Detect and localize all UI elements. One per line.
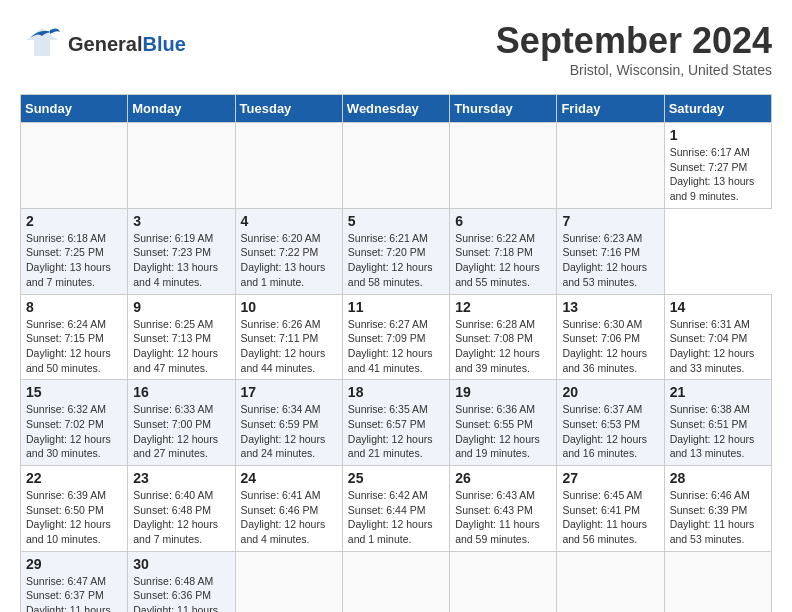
day-info: Sunrise: 6:23 AMSunset: 7:16 PMDaylight:… [562, 231, 658, 290]
day-info: Sunrise: 6:34 AMSunset: 6:59 PMDaylight:… [241, 402, 337, 461]
day-info: Sunrise: 6:19 AMSunset: 7:23 PMDaylight:… [133, 231, 229, 290]
day-info: Sunrise: 6:41 AMSunset: 6:46 PMDaylight:… [241, 488, 337, 547]
day-info: Sunrise: 6:18 AMSunset: 7:25 PMDaylight:… [26, 231, 122, 290]
day-number: 21 [670, 384, 766, 400]
day-info: Sunrise: 6:39 AMSunset: 6:50 PMDaylight:… [26, 488, 122, 547]
day-number: 2 [26, 213, 122, 229]
day-cell: 2 Sunrise: 6:18 AMSunset: 7:25 PMDayligh… [21, 208, 128, 294]
day-cell: 16 Sunrise: 6:33 AMSunset: 7:00 PMDaylig… [128, 380, 235, 466]
day-cell: 19 Sunrise: 6:36 AMSunset: 6:55 PMDaylig… [450, 380, 557, 466]
day-info: Sunrise: 6:47 AMSunset: 6:37 PMDaylight:… [26, 574, 122, 612]
day-number: 16 [133, 384, 229, 400]
day-cell: 13 Sunrise: 6:30 AMSunset: 7:06 PMDaylig… [557, 294, 664, 380]
day-info: Sunrise: 6:33 AMSunset: 7:00 PMDaylight:… [133, 402, 229, 461]
column-header-tuesday: Tuesday [235, 95, 342, 123]
day-number: 12 [455, 299, 551, 315]
day-info: Sunrise: 6:22 AMSunset: 7:18 PMDaylight:… [455, 231, 551, 290]
column-header-wednesday: Wednesday [342, 95, 449, 123]
day-info: Sunrise: 6:43 AMSunset: 6:43 PMDaylight:… [455, 488, 551, 547]
day-number: 15 [26, 384, 122, 400]
day-cell: 27 Sunrise: 6:45 AMSunset: 6:41 PMDaylig… [557, 466, 664, 552]
day-cell: 8 Sunrise: 6:24 AMSunset: 7:15 PMDayligh… [21, 294, 128, 380]
calendar-week-row: 29 Sunrise: 6:47 AMSunset: 6:37 PMDaylig… [21, 551, 772, 612]
calendar-header-row: SundayMondayTuesdayWednesdayThursdayFrid… [21, 95, 772, 123]
day-info: Sunrise: 6:40 AMSunset: 6:48 PMDaylight:… [133, 488, 229, 547]
day-number: 9 [133, 299, 229, 315]
day-cell: 23 Sunrise: 6:40 AMSunset: 6:48 PMDaylig… [128, 466, 235, 552]
logo-text: GeneralBlue [68, 33, 186, 55]
day-info: Sunrise: 6:32 AMSunset: 7:02 PMDaylight:… [26, 402, 122, 461]
calendar-week-row: 1 Sunrise: 6:17 AMSunset: 7:27 PMDayligh… [21, 123, 772, 209]
calendar-week-row: 2 Sunrise: 6:18 AMSunset: 7:25 PMDayligh… [21, 208, 772, 294]
day-info: Sunrise: 6:46 AMSunset: 6:39 PMDaylight:… [670, 488, 766, 547]
day-cell: 1 Sunrise: 6:17 AMSunset: 7:27 PMDayligh… [664, 123, 771, 209]
day-number: 22 [26, 470, 122, 486]
day-info: Sunrise: 6:25 AMSunset: 7:13 PMDaylight:… [133, 317, 229, 376]
empty-day-cell [235, 551, 342, 612]
day-number: 6 [455, 213, 551, 229]
day-number: 8 [26, 299, 122, 315]
day-number: 1 [670, 127, 766, 143]
column-header-monday: Monday [128, 95, 235, 123]
day-cell: 29 Sunrise: 6:47 AMSunset: 6:37 PMDaylig… [21, 551, 128, 612]
day-cell: 15 Sunrise: 6:32 AMSunset: 7:02 PMDaylig… [21, 380, 128, 466]
day-cell: 22 Sunrise: 6:39 AMSunset: 6:50 PMDaylig… [21, 466, 128, 552]
day-number: 27 [562, 470, 658, 486]
day-cell: 4 Sunrise: 6:20 AMSunset: 7:22 PMDayligh… [235, 208, 342, 294]
day-cell: 9 Sunrise: 6:25 AMSunset: 7:13 PMDayligh… [128, 294, 235, 380]
day-cell: 18 Sunrise: 6:35 AMSunset: 6:57 PMDaylig… [342, 380, 449, 466]
empty-day-cell [664, 551, 771, 612]
empty-day-cell [342, 123, 449, 209]
day-info: Sunrise: 6:42 AMSunset: 6:44 PMDaylight:… [348, 488, 444, 547]
day-number: 20 [562, 384, 658, 400]
calendar-week-row: 15 Sunrise: 6:32 AMSunset: 7:02 PMDaylig… [21, 380, 772, 466]
title-block: September 2024 Bristol, Wisconsin, Unite… [496, 20, 772, 78]
day-cell: 30 Sunrise: 6:48 AMSunset: 6:36 PMDaylig… [128, 551, 235, 612]
calendar-table: SundayMondayTuesdayWednesdayThursdayFrid… [20, 94, 772, 612]
day-number: 17 [241, 384, 337, 400]
day-info: Sunrise: 6:21 AMSunset: 7:20 PMDaylight:… [348, 231, 444, 290]
day-info: Sunrise: 6:30 AMSunset: 7:06 PMDaylight:… [562, 317, 658, 376]
empty-day-cell [21, 123, 128, 209]
day-cell: 26 Sunrise: 6:43 AMSunset: 6:43 PMDaylig… [450, 466, 557, 552]
day-info: Sunrise: 6:28 AMSunset: 7:08 PMDaylight:… [455, 317, 551, 376]
day-number: 28 [670, 470, 766, 486]
day-info: Sunrise: 6:38 AMSunset: 6:51 PMDaylight:… [670, 402, 766, 461]
day-number: 14 [670, 299, 766, 315]
day-info: Sunrise: 6:24 AMSunset: 7:15 PMDaylight:… [26, 317, 122, 376]
day-cell: 3 Sunrise: 6:19 AMSunset: 7:23 PMDayligh… [128, 208, 235, 294]
column-header-thursday: Thursday [450, 95, 557, 123]
day-number: 24 [241, 470, 337, 486]
day-number: 11 [348, 299, 444, 315]
day-number: 5 [348, 213, 444, 229]
day-cell: 5 Sunrise: 6:21 AMSunset: 7:20 PMDayligh… [342, 208, 449, 294]
day-number: 4 [241, 213, 337, 229]
empty-day-cell [557, 551, 664, 612]
column-header-saturday: Saturday [664, 95, 771, 123]
empty-day-cell [450, 551, 557, 612]
day-number: 26 [455, 470, 551, 486]
day-cell: 25 Sunrise: 6:42 AMSunset: 6:44 PMDaylig… [342, 466, 449, 552]
day-cell: 24 Sunrise: 6:41 AMSunset: 6:46 PMDaylig… [235, 466, 342, 552]
day-cell: 17 Sunrise: 6:34 AMSunset: 6:59 PMDaylig… [235, 380, 342, 466]
day-info: Sunrise: 6:36 AMSunset: 6:55 PMDaylight:… [455, 402, 551, 461]
empty-day-cell [235, 123, 342, 209]
month-title: September 2024 [496, 20, 772, 62]
day-number: 13 [562, 299, 658, 315]
day-info: Sunrise: 6:27 AMSunset: 7:09 PMDaylight:… [348, 317, 444, 376]
day-cell: 7 Sunrise: 6:23 AMSunset: 7:16 PMDayligh… [557, 208, 664, 294]
day-number: 3 [133, 213, 229, 229]
day-number: 25 [348, 470, 444, 486]
day-cell: 14 Sunrise: 6:31 AMSunset: 7:04 PMDaylig… [664, 294, 771, 380]
location: Bristol, Wisconsin, United States [496, 62, 772, 78]
day-info: Sunrise: 6:45 AMSunset: 6:41 PMDaylight:… [562, 488, 658, 547]
calendar-week-row: 8 Sunrise: 6:24 AMSunset: 7:15 PMDayligh… [21, 294, 772, 380]
day-number: 30 [133, 556, 229, 572]
logo-icon [20, 20, 64, 68]
day-info: Sunrise: 6:31 AMSunset: 7:04 PMDaylight:… [670, 317, 766, 376]
day-info: Sunrise: 6:20 AMSunset: 7:22 PMDaylight:… [241, 231, 337, 290]
day-cell: 6 Sunrise: 6:22 AMSunset: 7:18 PMDayligh… [450, 208, 557, 294]
logo-text-block: GeneralBlue [68, 33, 186, 55]
calendar-week-row: 22 Sunrise: 6:39 AMSunset: 6:50 PMDaylig… [21, 466, 772, 552]
day-cell: 12 Sunrise: 6:28 AMSunset: 7:08 PMDaylig… [450, 294, 557, 380]
